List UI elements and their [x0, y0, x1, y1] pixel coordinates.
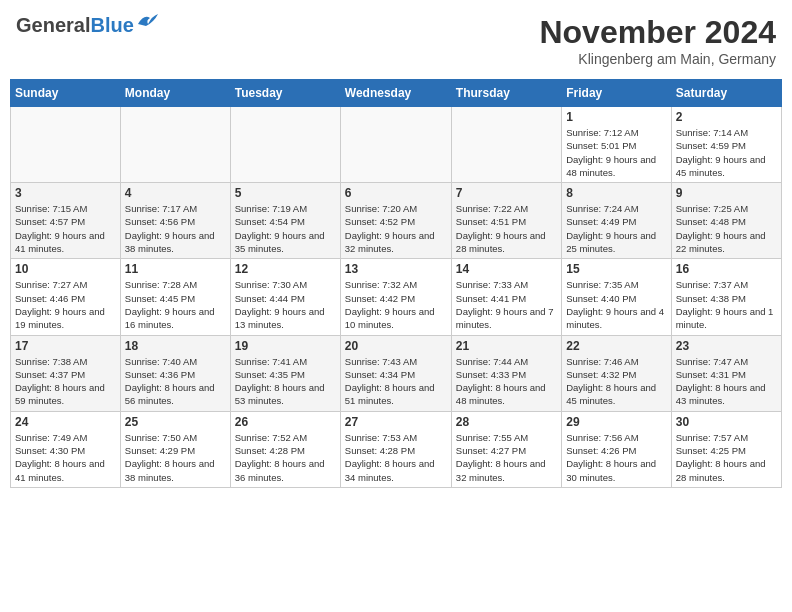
calendar-cell: 4Sunrise: 7:17 AM Sunset: 4:56 PM Daylig…	[120, 183, 230, 259]
calendar-cell	[451, 107, 561, 183]
day-number: 4	[125, 186, 226, 200]
month-title: November 2024	[539, 14, 776, 51]
calendar-cell: 3Sunrise: 7:15 AM Sunset: 4:57 PM Daylig…	[11, 183, 121, 259]
day-info: Sunrise: 7:30 AM Sunset: 4:44 PM Dayligh…	[235, 278, 336, 331]
calendar-cell: 29Sunrise: 7:56 AM Sunset: 4:26 PM Dayli…	[562, 411, 671, 487]
logo-general-text: General	[16, 14, 90, 37]
calendar-cell: 11Sunrise: 7:28 AM Sunset: 4:45 PM Dayli…	[120, 259, 230, 335]
day-info: Sunrise: 7:28 AM Sunset: 4:45 PM Dayligh…	[125, 278, 226, 331]
day-number: 13	[345, 262, 447, 276]
calendar-cell	[230, 107, 340, 183]
logo: General Blue	[16, 14, 158, 37]
day-number: 28	[456, 415, 557, 429]
day-number: 16	[676, 262, 777, 276]
day-number: 9	[676, 186, 777, 200]
day-number: 25	[125, 415, 226, 429]
day-info: Sunrise: 7:57 AM Sunset: 4:25 PM Dayligh…	[676, 431, 777, 484]
calendar-cell: 2Sunrise: 7:14 AM Sunset: 4:59 PM Daylig…	[671, 107, 781, 183]
calendar-cell: 15Sunrise: 7:35 AM Sunset: 4:40 PM Dayli…	[562, 259, 671, 335]
day-number: 10	[15, 262, 116, 276]
day-info: Sunrise: 7:27 AM Sunset: 4:46 PM Dayligh…	[15, 278, 116, 331]
calendar-cell: 22Sunrise: 7:46 AM Sunset: 4:32 PM Dayli…	[562, 335, 671, 411]
calendar-week-1: 1Sunrise: 7:12 AM Sunset: 5:01 PM Daylig…	[11, 107, 782, 183]
day-number: 23	[676, 339, 777, 353]
day-number: 12	[235, 262, 336, 276]
header: General Blue November 2024 Klingenberg a…	[10, 10, 782, 71]
day-number: 18	[125, 339, 226, 353]
title-area: November 2024 Klingenberg am Main, Germa…	[539, 14, 776, 67]
calendar-cell: 27Sunrise: 7:53 AM Sunset: 4:28 PM Dayli…	[340, 411, 451, 487]
calendar-cell: 23Sunrise: 7:47 AM Sunset: 4:31 PM Dayli…	[671, 335, 781, 411]
col-header-thursday: Thursday	[451, 80, 561, 107]
day-info: Sunrise: 7:41 AM Sunset: 4:35 PM Dayligh…	[235, 355, 336, 408]
day-number: 26	[235, 415, 336, 429]
day-info: Sunrise: 7:19 AM Sunset: 4:54 PM Dayligh…	[235, 202, 336, 255]
day-number: 14	[456, 262, 557, 276]
col-header-tuesday: Tuesday	[230, 80, 340, 107]
col-header-sunday: Sunday	[11, 80, 121, 107]
day-number: 7	[456, 186, 557, 200]
day-number: 27	[345, 415, 447, 429]
day-info: Sunrise: 7:40 AM Sunset: 4:36 PM Dayligh…	[125, 355, 226, 408]
calendar-cell: 17Sunrise: 7:38 AM Sunset: 4:37 PM Dayli…	[11, 335, 121, 411]
calendar-cell: 25Sunrise: 7:50 AM Sunset: 4:29 PM Dayli…	[120, 411, 230, 487]
calendar-cell: 21Sunrise: 7:44 AM Sunset: 4:33 PM Dayli…	[451, 335, 561, 411]
calendar-cell: 19Sunrise: 7:41 AM Sunset: 4:35 PM Dayli…	[230, 335, 340, 411]
day-info: Sunrise: 7:20 AM Sunset: 4:52 PM Dayligh…	[345, 202, 447, 255]
day-number: 22	[566, 339, 666, 353]
col-header-wednesday: Wednesday	[340, 80, 451, 107]
day-info: Sunrise: 7:24 AM Sunset: 4:49 PM Dayligh…	[566, 202, 666, 255]
calendar-cell: 10Sunrise: 7:27 AM Sunset: 4:46 PM Dayli…	[11, 259, 121, 335]
day-info: Sunrise: 7:53 AM Sunset: 4:28 PM Dayligh…	[345, 431, 447, 484]
day-number: 21	[456, 339, 557, 353]
calendar-cell: 1Sunrise: 7:12 AM Sunset: 5:01 PM Daylig…	[562, 107, 671, 183]
calendar-cell: 12Sunrise: 7:30 AM Sunset: 4:44 PM Dayli…	[230, 259, 340, 335]
day-info: Sunrise: 7:17 AM Sunset: 4:56 PM Dayligh…	[125, 202, 226, 255]
day-info: Sunrise: 7:50 AM Sunset: 4:29 PM Dayligh…	[125, 431, 226, 484]
day-info: Sunrise: 7:46 AM Sunset: 4:32 PM Dayligh…	[566, 355, 666, 408]
day-number: 11	[125, 262, 226, 276]
calendar-cell: 13Sunrise: 7:32 AM Sunset: 4:42 PM Dayli…	[340, 259, 451, 335]
location-title: Klingenberg am Main, Germany	[539, 51, 776, 67]
calendar-cell	[120, 107, 230, 183]
calendar-week-3: 10Sunrise: 7:27 AM Sunset: 4:46 PM Dayli…	[11, 259, 782, 335]
day-number: 5	[235, 186, 336, 200]
day-number: 20	[345, 339, 447, 353]
calendar-cell: 7Sunrise: 7:22 AM Sunset: 4:51 PM Daylig…	[451, 183, 561, 259]
day-number: 30	[676, 415, 777, 429]
calendar-header-row: SundayMondayTuesdayWednesdayThursdayFrid…	[11, 80, 782, 107]
calendar-week-5: 24Sunrise: 7:49 AM Sunset: 4:30 PM Dayli…	[11, 411, 782, 487]
day-number: 24	[15, 415, 116, 429]
calendar-cell: 9Sunrise: 7:25 AM Sunset: 4:48 PM Daylig…	[671, 183, 781, 259]
day-info: Sunrise: 7:12 AM Sunset: 5:01 PM Dayligh…	[566, 126, 666, 179]
day-info: Sunrise: 7:14 AM Sunset: 4:59 PM Dayligh…	[676, 126, 777, 179]
day-info: Sunrise: 7:25 AM Sunset: 4:48 PM Dayligh…	[676, 202, 777, 255]
calendar-cell: 18Sunrise: 7:40 AM Sunset: 4:36 PM Dayli…	[120, 335, 230, 411]
day-info: Sunrise: 7:55 AM Sunset: 4:27 PM Dayligh…	[456, 431, 557, 484]
day-info: Sunrise: 7:38 AM Sunset: 4:37 PM Dayligh…	[15, 355, 116, 408]
logo-bird-icon	[136, 12, 158, 32]
calendar-cell	[11, 107, 121, 183]
calendar-cell: 30Sunrise: 7:57 AM Sunset: 4:25 PM Dayli…	[671, 411, 781, 487]
calendar-table: SundayMondayTuesdayWednesdayThursdayFrid…	[10, 79, 782, 488]
col-header-saturday: Saturday	[671, 80, 781, 107]
calendar-cell: 6Sunrise: 7:20 AM Sunset: 4:52 PM Daylig…	[340, 183, 451, 259]
day-number: 29	[566, 415, 666, 429]
day-number: 6	[345, 186, 447, 200]
day-info: Sunrise: 7:35 AM Sunset: 4:40 PM Dayligh…	[566, 278, 666, 331]
col-header-friday: Friday	[562, 80, 671, 107]
day-info: Sunrise: 7:22 AM Sunset: 4:51 PM Dayligh…	[456, 202, 557, 255]
calendar-cell: 28Sunrise: 7:55 AM Sunset: 4:27 PM Dayli…	[451, 411, 561, 487]
calendar-week-4: 17Sunrise: 7:38 AM Sunset: 4:37 PM Dayli…	[11, 335, 782, 411]
day-info: Sunrise: 7:43 AM Sunset: 4:34 PM Dayligh…	[345, 355, 447, 408]
day-number: 2	[676, 110, 777, 124]
calendar-cell: 14Sunrise: 7:33 AM Sunset: 4:41 PM Dayli…	[451, 259, 561, 335]
day-number: 17	[15, 339, 116, 353]
day-info: Sunrise: 7:33 AM Sunset: 4:41 PM Dayligh…	[456, 278, 557, 331]
calendar-cell: 8Sunrise: 7:24 AM Sunset: 4:49 PM Daylig…	[562, 183, 671, 259]
day-number: 15	[566, 262, 666, 276]
day-info: Sunrise: 7:47 AM Sunset: 4:31 PM Dayligh…	[676, 355, 777, 408]
calendar-cell: 20Sunrise: 7:43 AM Sunset: 4:34 PM Dayli…	[340, 335, 451, 411]
calendar-week-2: 3Sunrise: 7:15 AM Sunset: 4:57 PM Daylig…	[11, 183, 782, 259]
day-info: Sunrise: 7:49 AM Sunset: 4:30 PM Dayligh…	[15, 431, 116, 484]
